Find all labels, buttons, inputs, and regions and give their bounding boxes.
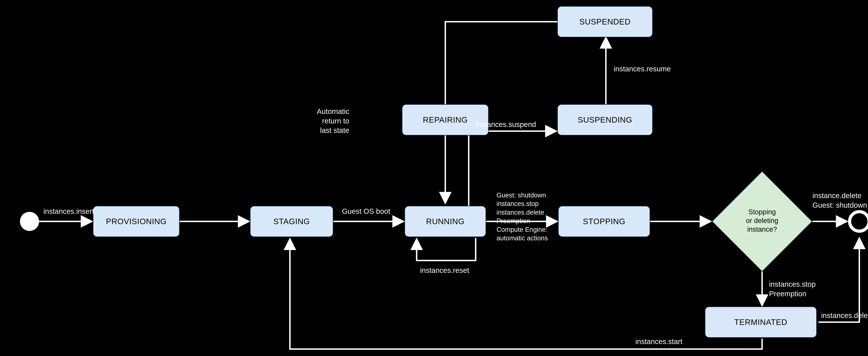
edge-label-decision-delete: instance.deleteGuest: shutdown: [812, 191, 867, 210]
state-running: RUNNING: [404, 206, 486, 237]
state-suspended: SUSPENDED: [557, 6, 653, 37]
state-repairing-label: REPAIRING: [423, 115, 468, 124]
edge-label-guest-boot: Guest OS boot: [342, 207, 390, 216]
edge-label-shutdown: Guest: shutdowninstances.stopinstances.d…: [496, 191, 548, 242]
edge-label-decision-stop: instances.stopPreemption: [769, 279, 816, 298]
state-provisioning-label: PROVISIONING: [106, 217, 166, 226]
state-suspending-label: SUSPENDING: [578, 115, 632, 124]
state-stopping: STOPPING: [558, 206, 650, 237]
state-staging-label: STAGING: [273, 217, 310, 226]
arrows-layer: [0, 0, 868, 356]
edge-label-terminated-delete: instances.delete: [821, 311, 868, 320]
state-terminated: TERMINATED: [705, 306, 817, 338]
edge-label-suspend: instances.suspend: [476, 120, 536, 129]
diagram-canvas: PROVISIONING STAGING RUNNING REPAIRING S…: [0, 0, 868, 356]
state-suspended-label: SUSPENDED: [579, 17, 630, 26]
state-running-label: RUNNING: [426, 217, 465, 226]
edge-label-terminated-start: instances.start: [636, 337, 682, 347]
state-suspending: SUSPENDING: [557, 104, 653, 136]
state-provisioning: PROVISIONING: [93, 206, 180, 237]
state-staging: STAGING: [250, 206, 333, 237]
state-stopping-label: STOPPING: [583, 217, 625, 226]
edge-label-resume: instances.resume: [614, 64, 671, 74]
start-node: [20, 212, 39, 231]
decision-label: Stoppingor deletinginstance?: [736, 208, 788, 234]
state-terminated-label: TERMINATED: [734, 318, 787, 327]
edge-label-repairing-return: Automaticreturn tolast state: [317, 107, 349, 135]
edge-label-create: instances.insert: [43, 207, 94, 216]
edge-label-reset: instances.reset: [420, 266, 469, 275]
